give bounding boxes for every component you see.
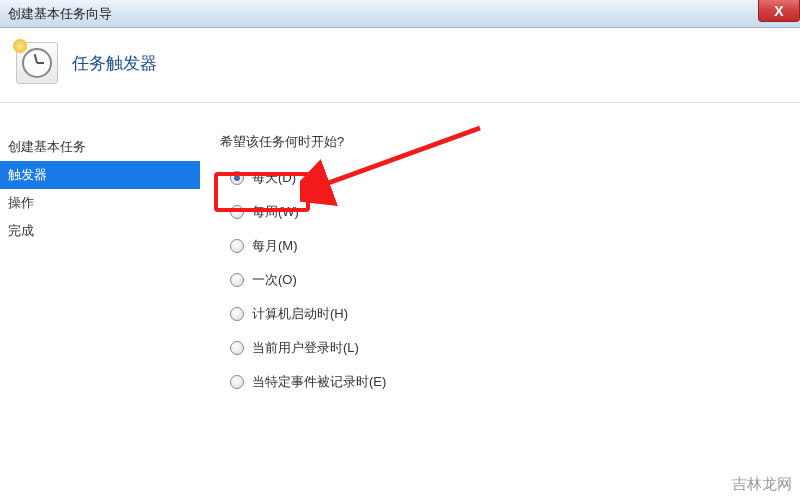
- content-area: 创建基本任务 触发器 操作 完成 希望该任务何时开始? 每天(D) 每周(W) …: [0, 103, 800, 407]
- radio-once[interactable]: 一次(O): [220, 271, 800, 289]
- close-icon: X: [774, 3, 783, 19]
- radio-label: 每周(W): [252, 203, 299, 221]
- wizard-header: 任务触发器: [0, 28, 800, 103]
- radio-button-icon: [230, 205, 244, 219]
- sidebar-item-trigger[interactable]: 触发器: [0, 161, 200, 189]
- radio-label: 当特定事件被记录时(E): [252, 373, 386, 391]
- radio-daily[interactable]: 每天(D): [220, 169, 800, 187]
- radio-label: 每月(M): [252, 237, 298, 255]
- close-button[interactable]: X: [758, 0, 800, 22]
- radio-label: 每天(D): [252, 169, 296, 187]
- window-title: 创建基本任务向导: [8, 5, 112, 23]
- main-panel: 希望该任务何时开始? 每天(D) 每周(W) 每月(M) 一次(O) 计算机启动…: [200, 103, 800, 407]
- watermark: 吉林龙网: [732, 475, 792, 494]
- radio-label: 一次(O): [252, 271, 297, 289]
- radio-weekly[interactable]: 每周(W): [220, 203, 800, 221]
- radio-logon[interactable]: 当前用户登录时(L): [220, 339, 800, 357]
- clock-icon: [16, 42, 58, 84]
- radio-event[interactable]: 当特定事件被记录时(E): [220, 373, 800, 391]
- radio-button-icon: [230, 273, 244, 287]
- sidebar-item-finish[interactable]: 完成: [0, 217, 200, 245]
- page-title: 任务触发器: [72, 52, 157, 75]
- radio-button-icon: [230, 375, 244, 389]
- radio-startup[interactable]: 计算机启动时(H): [220, 305, 800, 323]
- radio-button-icon: [230, 307, 244, 321]
- sidebar-item-create[interactable]: 创建基本任务: [0, 133, 200, 161]
- sidebar: 创建基本任务 触发器 操作 完成: [0, 103, 200, 407]
- radio-label: 当前用户登录时(L): [252, 339, 359, 357]
- radio-button-icon: [230, 341, 244, 355]
- radio-label: 计算机启动时(H): [252, 305, 348, 323]
- sidebar-item-action[interactable]: 操作: [0, 189, 200, 217]
- question-label: 希望该任务何时开始?: [220, 133, 800, 151]
- radio-button-icon: [230, 239, 244, 253]
- titlebar: 创建基本任务向导 X: [0, 0, 800, 28]
- radio-button-icon: [230, 171, 244, 185]
- radio-monthly[interactable]: 每月(M): [220, 237, 800, 255]
